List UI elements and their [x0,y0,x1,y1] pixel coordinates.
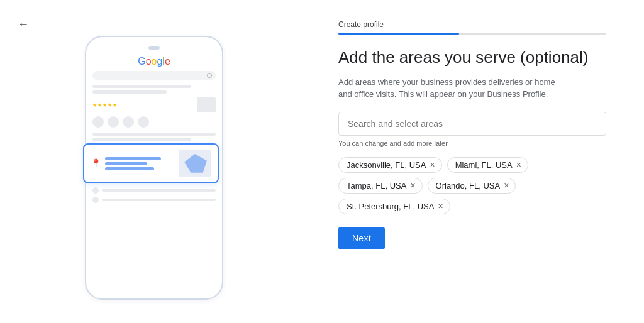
tag-label: Jacksonville, FL, USA [347,160,426,170]
phone-line [92,90,167,94]
phone-stars-row: ★ ★ ★ ★ ★ [92,97,216,112]
star-icon: ★ [108,102,112,108]
card-lines [105,157,175,170]
phone-search-bar [92,71,216,80]
phone-icons-row [92,116,216,128]
next-button[interactable]: Next [338,227,385,249]
tags-container: Jacksonville, FL, USA×Miami, FL, USA×Tam… [338,157,606,214]
star-icon: ★ [92,102,97,108]
google-logo: Google [138,56,170,67]
tag-miami: Miami, FL, USA× [447,157,528,173]
phone-bottom-icon [92,197,99,203]
phone-line [92,85,191,88]
tag-label: Tampa, FL, USA [347,181,406,190]
search-input[interactable] [348,119,597,129]
phone-icon [123,116,134,128]
phone-building [197,97,216,112]
search-input-container[interactable] [338,112,606,136]
phone-line [92,138,191,141]
tag-orlando: Orlando, FL, USA× [428,178,516,194]
phone-bottom-line [102,189,216,192]
page-description: Add areas where your business provides d… [338,76,565,101]
helper-text: You can change and add more later [338,140,606,147]
progress-section: Create profile [338,20,606,35]
tag-tampa: Tampa, FL, USA× [338,178,423,194]
star-icon: ★ [113,102,117,108]
phone-line [92,133,216,136]
location-pin-icon: 📍 [91,158,101,168]
progress-bar-container [338,33,606,35]
phone-lines-mid [92,133,216,141]
phone-bottom-row [92,197,216,203]
phone-stars: ★ ★ ★ ★ ★ [92,102,117,108]
tag-close-button[interactable]: × [504,181,509,190]
tag-close-button[interactable]: × [430,160,435,169]
tag-label: Miami, FL, USA [455,160,513,170]
tag-label: Orlando, FL, USA [436,181,501,190]
left-panel: ← Google ★ ★ ★ ★ ★ [0,0,308,323]
star-icon: ★ [103,102,107,108]
phone-icon [138,116,149,128]
map-area [179,150,211,177]
phone-icon [108,116,119,128]
back-button[interactable]: ← [18,18,29,31]
card-line [105,167,153,170]
star-icon: ★ [97,102,102,108]
tag-jacksonville: Jacksonville, FL, USA× [338,157,442,173]
tag-close-button[interactable]: × [516,160,521,169]
page-title: Add the areas you serve (optional) [338,47,606,68]
progress-label: Create profile [338,20,606,29]
card-line [105,157,160,160]
tag-st-pete: St. Petersburg, FL, USA× [338,199,450,214]
right-panel: Create profile Add the areas you serve (… [308,0,644,323]
phone-bottom-icon [92,187,99,194]
card-line [105,162,147,165]
tag-close-button[interactable]: × [438,202,443,211]
phone-bottom-row [92,187,216,194]
phone-bottom-lines [92,187,216,203]
phone-illustration: Google ★ ★ ★ ★ ★ [85,36,223,300]
phone-icon [92,116,104,128]
phone-service-card: 📍 [83,143,219,183]
phone-bottom-line [102,199,216,201]
tag-label: St. Petersburg, FL, USA [347,202,434,211]
phone-search-icon [207,73,212,78]
phone-lines-top [92,85,216,94]
tag-close-button[interactable]: × [410,181,415,190]
progress-bar-fill [338,33,459,35]
phone-camera [148,46,160,50]
